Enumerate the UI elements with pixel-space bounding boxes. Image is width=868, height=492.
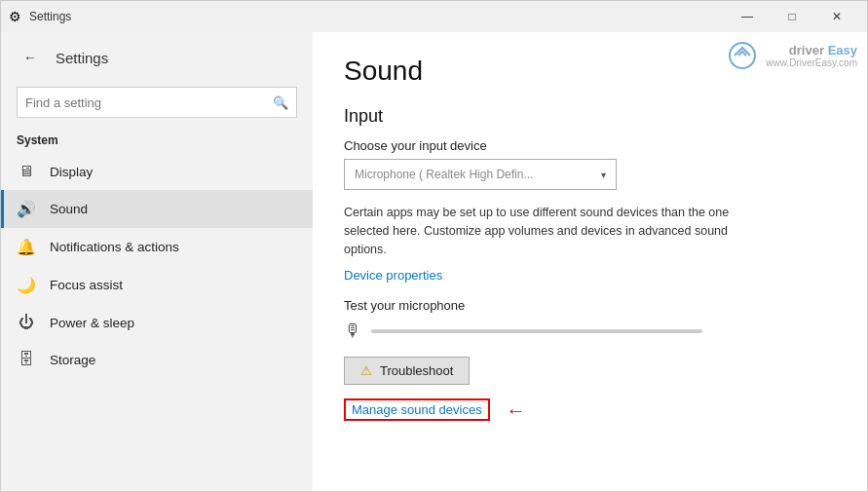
sidebar-item-label: Sound <box>50 202 88 216</box>
sidebar-item-label: Display <box>50 165 93 179</box>
mic-level-bar <box>371 329 702 333</box>
sound-icon: 🔊 <box>17 200 36 218</box>
titlebar-title: Settings <box>29 10 71 23</box>
power-icon: ⏻ <box>17 314 36 331</box>
device-properties-link[interactable]: Device properties <box>344 268 442 283</box>
sidebar-item-label: Notifications & actions <box>50 240 179 254</box>
sidebar: ← Settings 🔍 System 🖥 Display 🔊 Sound 🔔 … <box>1 32 313 491</box>
sidebar-item-notifications[interactable]: 🔔 Notifications & actions <box>1 228 313 266</box>
manage-sound-row: Manage sound devices ← <box>344 398 836 421</box>
input-device-label: Choose your input device <box>344 138 836 153</box>
input-device-dropdown[interactable]: Microphone ( Realtek High Defin... ▾ <box>344 159 617 190</box>
troubleshoot-label: Troubleshoot <box>380 363 453 378</box>
description-text: Certain apps may be set up to use differ… <box>344 204 753 258</box>
troubleshoot-button[interactable]: ⚠ Troubleshoot <box>344 357 470 385</box>
sidebar-app-title: Settings <box>56 50 108 66</box>
notification-icon: 🔔 <box>17 238 36 256</box>
settings-icon: ⚙ <box>9 9 21 24</box>
section-title: Input <box>344 106 836 127</box>
sidebar-item-sound[interactable]: 🔊 Sound <box>1 190 313 228</box>
sidebar-item-power[interactable]: ⏻ Power & sleep <box>1 304 313 341</box>
main-content: driver Easy www.DriverEasy.com Sound Inp… <box>313 32 867 491</box>
minimize-button[interactable]: — <box>725 1 770 32</box>
warning-icon: ⚠ <box>360 363 372 378</box>
sidebar-item-display[interactable]: 🖥 Display <box>1 153 313 190</box>
test-microphone-label: Test your microphone <box>344 298 836 313</box>
search-box[interactable]: 🔍 <box>17 87 297 118</box>
titlebar: ⚙ Settings — □ ✕ <box>1 1 867 32</box>
sidebar-item-label: Power & sleep <box>50 316 134 330</box>
display-icon: 🖥 <box>17 163 36 180</box>
sidebar-item-storage[interactable]: 🗄 Storage <box>1 341 313 378</box>
sidebar-section-title: System <box>1 130 313 153</box>
page-title: Sound <box>344 56 836 87</box>
focus-icon: 🌙 <box>17 276 36 294</box>
sidebar-item-label: Storage <box>50 353 95 367</box>
maximize-button[interactable]: □ <box>770 1 814 32</box>
microphone-icon: 🎙 <box>344 321 361 341</box>
back-button[interactable]: ← <box>17 44 44 71</box>
storage-icon: 🗄 <box>17 351 36 368</box>
search-input[interactable] <box>25 95 273 110</box>
titlebar-controls: — □ ✕ <box>725 1 859 32</box>
sidebar-header: ← Settings <box>1 32 313 83</box>
search-icon[interactable]: 🔍 <box>273 95 288 110</box>
sidebar-item-focus[interactable]: 🌙 Focus assist <box>1 266 313 304</box>
mic-test-row: 🎙 <box>344 321 836 341</box>
sidebar-item-label: Focus assist <box>50 278 123 292</box>
close-button[interactable]: ✕ <box>814 1 859 32</box>
manage-sound-link[interactable]: Manage sound devices <box>344 398 490 421</box>
red-arrow-icon: ← <box>506 399 525 422</box>
input-device-value: Microphone ( Realtek High Defin... <box>355 168 601 181</box>
dropdown-arrow-icon: ▾ <box>601 170 606 180</box>
